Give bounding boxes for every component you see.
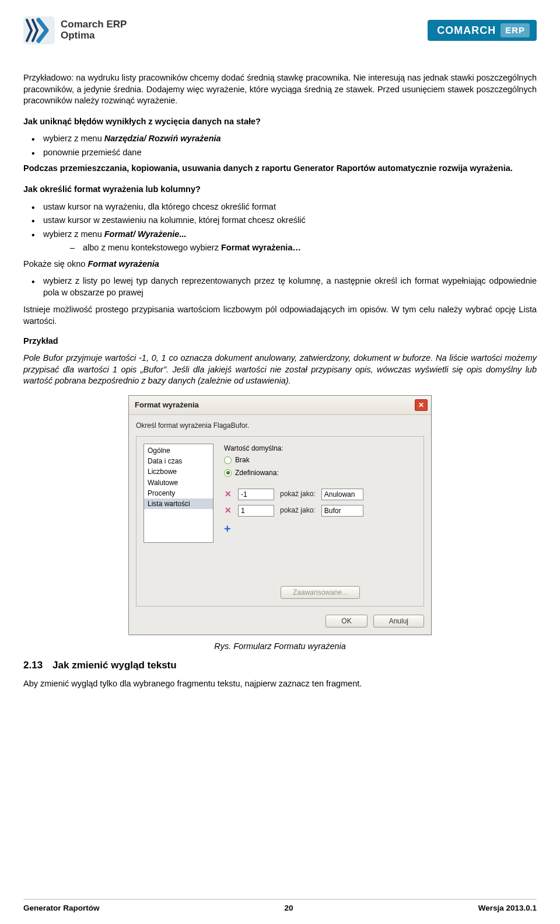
radio-defined-row[interactable]: Zdefiniowana: — [224, 468, 416, 477]
cancel-button[interactable]: Anuluj — [373, 615, 424, 627]
close-icon[interactable]: ✕ — [415, 399, 428, 411]
footer-left: Generator Raportów — [23, 903, 100, 913]
logo-left: Comarch ERP Optima — [23, 16, 127, 44]
radio-defined-label: Zdefiniowana: — [235, 468, 279, 477]
brand-tag: ERP — [501, 23, 530, 37]
example-paragraph: Pole Bufor przyjmuje wartości -1, 0, 1 c… — [23, 353, 537, 387]
q2-bullet-1: ustaw kursor na wyrażeniu, dla którego c… — [23, 201, 537, 213]
brand-text: COMARCH — [437, 23, 496, 37]
delete-row-icon[interactable]: ✕ — [224, 507, 232, 515]
paragraph-after-h2: Aby zmienić wygląd tylko dla wybranego f… — [23, 678, 537, 690]
footer-right: Wersja 2013.0.1 — [478, 903, 537, 913]
section-heading-2-13: 2.13 Jak zmienić wygląd tekstu — [23, 659, 537, 672]
brand-badge: COMARCH ERP — [428, 20, 537, 41]
product-logo-icon — [23, 16, 55, 44]
value-input-1[interactable] — [238, 489, 274, 500]
page-footer: Generator Raportów 20 Wersja 2013.0.1 — [23, 899, 537, 913]
intro-paragraph: Przykładowo: na wydruku listy pracownikó… — [23, 72, 537, 107]
q2-b3-menu: Format/ Wyrażenie... — [104, 229, 187, 239]
q1-bullet-2: ponownie przemieść dane — [23, 147, 537, 159]
q2-bullet-2: ustaw kursor w zestawieniu na kolumnie, … — [23, 215, 537, 226]
q2-sub-bullets: albo z menu kontekstowego wybierz Format… — [43, 242, 537, 254]
q1-bullet-1: wybierz z menu Narzędzia/ Rozwiń wyrażen… — [23, 133, 537, 145]
delete-row-icon[interactable]: ✕ — [224, 490, 232, 498]
radio-none[interactable] — [224, 456, 232, 464]
q2-bullets: ustaw kursor na wyrażeniu, dla którego c… — [23, 201, 537, 254]
type-option-general[interactable]: Ogólne — [144, 445, 213, 456]
question-1: Jak uniknąć błędów wynikłych z wycięcia … — [23, 116, 537, 128]
display-input-1[interactable] — [321, 489, 363, 500]
type-option-currency[interactable]: Walutowe — [144, 477, 213, 488]
radio-none-label: Brak — [235, 455, 250, 465]
q2-sub-text: albo z menu kontekstowego wybierz — [83, 243, 221, 252]
advanced-button[interactable]: Zaawansowane... — [281, 586, 360, 599]
dialog-title: Format wyrażenia — [135, 400, 199, 410]
q2-bullets-2: wybierz z listy po lewej typ danych repr… — [23, 276, 537, 298]
type-option-valuelist[interactable]: Lista wartości — [144, 498, 213, 509]
type-listbox[interactable]: Ogólne Data i czas Liczbowe Walutowe Pro… — [144, 444, 214, 543]
ok-button[interactable]: OK — [326, 615, 367, 627]
example-heading: Przykład — [23, 336, 537, 347]
radio-none-row[interactable]: Brak — [224, 455, 416, 465]
format-expression-dialog: Format wyrażenia ✕ Określ format wyrażen… — [128, 395, 432, 635]
show-as-label-1: pokaż jako: — [280, 489, 316, 498]
add-row: + — [224, 521, 416, 537]
q1-bullets: wybierz z menu Narzędzia/ Rozwiń wyrażen… — [23, 133, 537, 158]
paragraph-after-q2: Istnieje możliwość prostego przypisania … — [23, 304, 537, 327]
product-name: Comarch ERP Optima — [61, 19, 127, 41]
show-as-label-2: pokaż jako: — [280, 505, 316, 515]
dialog-description: Określ format wyrażenia FlagaBufor. — [136, 421, 424, 430]
type-option-percent[interactable]: Procenty — [144, 488, 213, 498]
type-option-numeric[interactable]: Liczbowe — [144, 466, 213, 477]
radio-defined[interactable] — [224, 469, 232, 477]
q2-bullet-3: wybierz z menu Format/ Wyrażenie... albo… — [23, 229, 537, 254]
default-value-label: Wartość domyślna: — [224, 444, 416, 453]
q1-b1-menu: Narzędzia/ Rozwiń wyrażenia — [104, 134, 221, 143]
value-input-2[interactable] — [238, 505, 274, 517]
question-2: Jak określić format wyrażenia lub kolumn… — [23, 184, 537, 196]
add-row-icon[interactable]: + — [224, 521, 231, 537]
page-header: Comarch ERP Optima COMARCH ERP — [23, 16, 537, 44]
q2-bullet-4: wybierz z listy po lewej typ danych repr… — [23, 276, 537, 298]
dialog-titlebar: Format wyrażenia ✕ — [129, 396, 431, 415]
q2-b3-text: wybierz z menu — [43, 229, 104, 239]
after-sub-window: Format wyrażenia — [88, 259, 159, 269]
figure-caption: Rys. Formularz Formatu wyrażenia — [23, 641, 537, 653]
value-row-1: ✕ pokaż jako: — [224, 489, 416, 500]
footer-page-number: 20 — [285, 903, 293, 913]
paragraph-after-q1: Podczas przemieszczania, kopiowania, usu… — [23, 163, 537, 175]
type-option-datetime[interactable]: Data i czas — [144, 456, 213, 466]
after-sub-text: Pokaże się okno — [23, 259, 88, 269]
q2-sub-1: albo z menu kontekstowego wybierz Format… — [66, 242, 537, 254]
q1-b1-text: wybierz z menu — [43, 134, 104, 143]
display-input-2[interactable] — [321, 505, 363, 517]
after-sub-line: Pokaże się okno Format wyrażenia — [23, 259, 537, 270]
q2-sub-menu: Format wyrażenia… — [221, 243, 301, 252]
value-row-2: ✕ pokaż jako: — [224, 505, 416, 517]
